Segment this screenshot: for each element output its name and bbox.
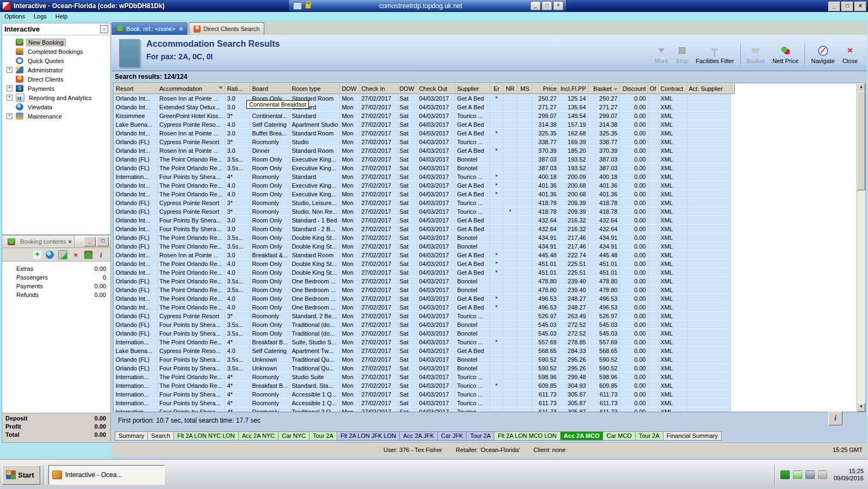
bottom-tab-summary[interactable]: Summary: [115, 431, 148, 441]
table-row[interactable]: Orlando Int...Rosen Inn at Pointe ...3.0…: [114, 251, 735, 259]
world-icon[interactable]: [46, 251, 54, 259]
display-icon[interactable]: [805, 471, 815, 479]
rdp-minimize-button[interactable]: _: [530, 1, 541, 10]
nett-price-button[interactable]: Nett Price: [768, 40, 802, 65]
menu-help[interactable]: Help: [51, 13, 72, 20]
table-row[interactable]: Internation...Four Points by Shera...4*R…: [114, 407, 735, 413]
table-row[interactable]: Orlando Int...Four Points By Shera...3.0…: [114, 225, 735, 233]
bottom-tab-tour-2a[interactable]: Tour 2A: [309, 431, 337, 441]
facilities-filter-button[interactable]: Facilities Filter: [692, 40, 737, 65]
sidebar-item-administrator[interactable]: +Administrator: [2, 65, 110, 75]
sidebar-item-viewdata[interactable]: Viewdata: [2, 102, 110, 112]
bottom-tab-acc-2a-jfk[interactable]: Acc 2A JFK: [400, 431, 438, 441]
bottom-tab-flt-2a-lon-mco-lon[interactable]: Flt 2A LON MCO LON: [494, 431, 560, 441]
column-header-act-supplier[interactable]: Act. Supplier: [687, 84, 730, 94]
bottom-tab-acc-2a-mco[interactable]: Acc 2A MCO: [561, 431, 604, 441]
window-maximize-button[interactable]: □: [841, 2, 853, 11]
bottom-tab-car-mco[interactable]: Car MCO: [603, 431, 635, 441]
info-button[interactable]: i: [828, 411, 842, 425]
table-row[interactable]: Orlando (FL)Four Points by Shera...3.5s.…: [114, 364, 735, 373]
sidebar-item-completed-bookings[interactable]: Completed Bookings: [2, 47, 110, 56]
network-icon[interactable]: [780, 471, 790, 479]
bottom-tab-flt-2a-lon-nyc-lon[interactable]: Flt 2A LON NYC LON: [174, 431, 239, 441]
bottom-tab-car-nyc[interactable]: Car NYC: [278, 431, 309, 441]
table-row[interactable]: Orlando Int...The Point Orlando Re...4.0…: [114, 259, 735, 268]
table-row[interactable]: Orlando (FL)The Point Orlando Re...3.5s.…: [114, 233, 735, 242]
sidebar-item-reporting-and-analytics[interactable]: +Reporting and Analytics: [2, 93, 110, 102]
column-header-rati[interactable]: Rati...: [225, 84, 250, 94]
close-button[interactable]: × Close: [839, 40, 861, 65]
table-row[interactable]: Lake Buena...Cypress Pointe Reso...4.0Se…: [114, 346, 735, 355]
tab-direct-clients-search[interactable]: Direct Clients Search: [189, 22, 264, 35]
window-minimize-button[interactable]: _: [828, 2, 840, 11]
sidebar-item-new-booking[interactable]: New Booking: [2, 38, 110, 47]
rdp-restore-button[interactable]: □: [542, 1, 552, 10]
delete-icon[interactable]: [72, 251, 80, 259]
column-header-nr[interactable]: NR: [503, 84, 517, 94]
table-row[interactable]: Lake Buena...Cypress Pointe Reso...4.0Se…: [114, 120, 735, 129]
bottom-tab-financial-summary[interactable]: Financial Summary: [664, 431, 722, 441]
column-header-er[interactable]: Er: [490, 84, 503, 94]
expand-icon[interactable]: +: [7, 95, 13, 101]
table-row[interactable]: Orlando Int...The Point Orlando Re...4.0…: [114, 181, 735, 190]
table-row[interactable]: Orlando Int...Rosen Inn at Pointe ...3.0…: [114, 94, 735, 103]
table-row[interactable]: Orlando Int...The Point Orlando Re...4.0…: [114, 268, 735, 277]
table-row[interactable]: Internation...The Point Orlando Re...4*B…: [114, 338, 735, 346]
table-row[interactable]: Orlando (FL)Four Points by Shera...3.5s.…: [114, 355, 735, 364]
info-icon[interactable]: [97, 251, 105, 259]
table-row[interactable]: Orlando (FL)The Point Orlando Re...3.5s.…: [114, 164, 735, 172]
column-header-accommodation[interactable]: Accommodation: [158, 84, 225, 94]
expand-icon[interactable]: +: [7, 113, 13, 119]
table-row[interactable]: Orlando (FL)The Point Orlando Re...3.5s.…: [114, 286, 735, 294]
column-header-supplier[interactable]: Supplier: [455, 84, 490, 94]
column-header-discount[interactable]: Discount: [619, 84, 648, 94]
table-row[interactable]: Orlando Int...The Point Orlando Re...4.0…: [114, 303, 735, 312]
start-button[interactable]: Start: [2, 465, 40, 485]
table-row[interactable]: Orlando Int...Rosen Inn at Pointe ...3.0…: [114, 146, 735, 155]
sidebar-collapse-button[interactable]: –: [100, 25, 108, 33]
table-row[interactable]: Orlando Int...The Point Orlando Re...4.0…: [114, 294, 735, 303]
table-row[interactable]: Orlando Int...The Point Orlando Re...4.0…: [114, 190, 735, 199]
window-close-button[interactable]: ×: [854, 2, 866, 11]
list-item[interactable]: Payments 0.00: [2, 282, 110, 290]
booking-contents-maximize-button[interactable]: □: [97, 237, 109, 246]
table-row[interactable]: Orlando (FL)Cypress Pointe Resort3*Roomo…: [114, 199, 735, 207]
column-header-ms[interactable]: MS: [517, 84, 532, 94]
tab-booking-ref[interactable]: Book. ref.: <none> ×: [111, 22, 188, 35]
booking-contents-close-icon[interactable]: ×: [68, 238, 71, 245]
table-row[interactable]: Orlando (FL)Four Points by Shera...3.5s.…: [114, 320, 735, 329]
column-header-basket[interactable]: Basket: [588, 84, 619, 94]
column-header-price[interactable]: Price: [532, 84, 559, 94]
column-header-resort[interactable]: Resort: [114, 84, 158, 94]
sidebar-item-direct-clients[interactable]: Direct Clients: [2, 75, 110, 84]
bottom-tab-search[interactable]: Search: [148, 431, 174, 441]
bottom-tab-tour-2a[interactable]: Tour 2A: [467, 431, 494, 441]
scroll-up-icon[interactable]: ▲: [857, 83, 865, 92]
bottom-tab-car-jfk[interactable]: Car JFK: [438, 431, 467, 441]
table-row[interactable]: Orlando Int...Rosen Inn at Pointe ...3.0…: [114, 129, 735, 138]
sidebar-item-maintenance[interactable]: +Maintenance: [2, 112, 110, 121]
table-row[interactable]: Orlando Int...Extended Stay Delux...3.0S…: [114, 103, 735, 112]
palm-export-icon[interactable]: [84, 251, 92, 259]
table-row[interactable]: Orlando (FL)The Point Orlando Re...3.5s.…: [114, 277, 735, 286]
table-row[interactable]: Orlando (FL)Cypress Pointe Resort3*Roomo…: [114, 207, 735, 216]
column-header-dow[interactable]: DOW: [398, 84, 417, 94]
cart-icon[interactable]: [58, 250, 67, 259]
table-row[interactable]: Internation...Four Points by Shera...4*R…: [114, 172, 735, 181]
booking-contents-minimize-button[interactable]: _: [84, 237, 96, 246]
pin-icon[interactable]: [293, 2, 302, 10]
sidebar-item-payments[interactable]: +Payments: [2, 84, 110, 93]
booking-contents-tab[interactable]: Booking contents ×: [2, 236, 75, 247]
table-row[interactable]: Internation...Four Points by Shera...4*R…: [114, 390, 735, 399]
bottom-tab-tour-2a[interactable]: Tour 2A: [636, 431, 664, 441]
sidebar-item-quick-quotes[interactable]: Quick Quotes: [2, 56, 110, 65]
column-header-incl-fl-pp[interactable]: Incl.Fl.PP: [559, 84, 588, 94]
table-row[interactable]: Orlando (FL)The Point Orlando Re...3.5s.…: [114, 155, 735, 164]
table-row[interactable]: Internation...The Point Orlando Re...4*B…: [114, 381, 735, 390]
column-header-contract[interactable]: Contract: [659, 84, 687, 94]
bottom-tab-flt-2a-lon-jfk-lon[interactable]: Flt 2A LON JFK LON: [337, 431, 400, 441]
table-row[interactable]: Orlando (FL)Four Points by Shera...3.5s.…: [114, 329, 735, 338]
filter-icon[interactable]: [219, 86, 223, 89]
expand-icon[interactable]: +: [7, 85, 13, 91]
table-row[interactable]: Internation...Four Points by Shera...4*R…: [114, 399, 735, 407]
